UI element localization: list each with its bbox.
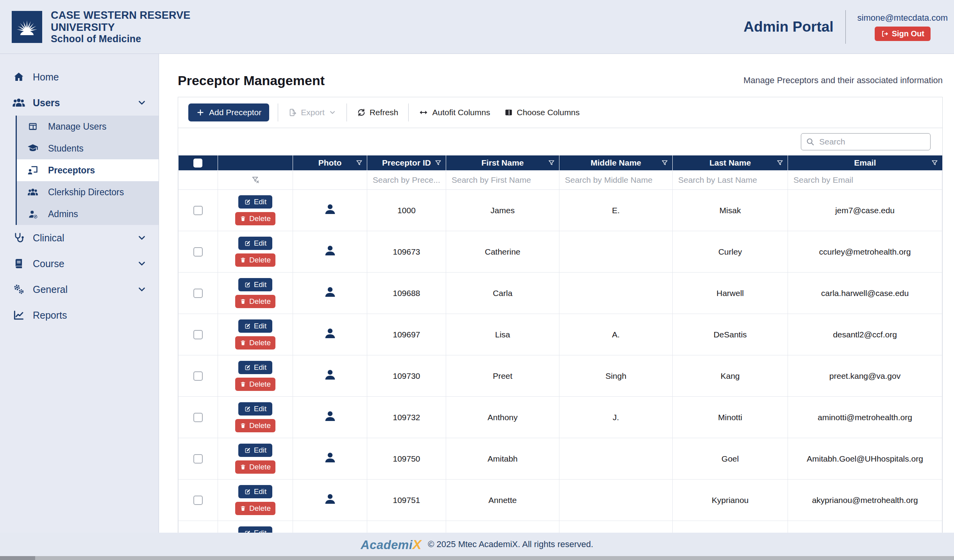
- filter-funnel-icon[interactable]: [777, 160, 783, 166]
- sidebar-item-general[interactable]: General: [0, 276, 159, 302]
- search-input[interactable]: [801, 133, 931, 150]
- delete-label: Delete: [249, 339, 271, 347]
- horizontal-scrollbar[interactable]: [0, 556, 954, 560]
- toolbar-separator: [278, 103, 278, 121]
- sidebar-item-label: Manage Users: [48, 121, 107, 132]
- autofit-columns-button[interactable]: Autofit Columns: [417, 108, 491, 117]
- filter-cell-middle-name: [559, 171, 673, 190]
- edit-button[interactable]: Edit: [238, 319, 273, 333]
- delete-label: Delete: [249, 214, 271, 223]
- export-label: Export: [301, 108, 325, 117]
- delete-button[interactable]: Delete: [235, 336, 275, 350]
- edit-icon: [244, 364, 251, 371]
- sidebar-item-students[interactable]: Students: [17, 137, 159, 159]
- choose-columns-label: Choose Columns: [517, 108, 580, 117]
- clear-filter-icon[interactable]: [218, 176, 293, 184]
- table-row: Edit Delete 109688 Carla Harwell carla.h…: [179, 273, 942, 314]
- column-header-middle-name: Middle Name: [559, 155, 673, 171]
- user-block: simone@mtecdata.com Sign Out: [858, 13, 949, 41]
- edit-button[interactable]: Edit: [238, 485, 273, 498]
- sidebar-item-preceptors[interactable]: Preceptors: [17, 159, 159, 181]
- cell-email: Amitabh.Goel@UHhospitals.org: [788, 438, 942, 480]
- academix-logo-x: X: [413, 537, 422, 552]
- filter-preceptor-id-input[interactable]: [367, 171, 446, 189]
- delete-button[interactable]: Delete: [235, 295, 275, 308]
- filter-middle-name-input[interactable]: [559, 171, 672, 189]
- cell-last-name: Kyprianou: [673, 480, 788, 521]
- cell-preceptor-id: 109673: [367, 231, 446, 273]
- cell-first-name: Anthony: [446, 397, 559, 438]
- refresh-label: Refresh: [370, 108, 398, 117]
- export-button[interactable]: Export: [287, 108, 338, 117]
- page-head: Preceptor Management Manage Preceptors a…: [178, 54, 943, 97]
- cell-email: desantl2@ccf.org: [788, 314, 942, 355]
- delete-button[interactable]: Delete: [235, 212, 275, 225]
- column-header-first-name: First Name: [446, 155, 559, 171]
- scrollbar-thumb[interactable]: [0, 556, 35, 560]
- chevron-down-icon: [137, 259, 147, 269]
- cell-actions: Edit Delete: [218, 231, 293, 273]
- delete-button[interactable]: Delete: [235, 378, 275, 391]
- sign-out-button[interactable]: Sign Out: [875, 27, 931, 41]
- column-label: Email: [854, 158, 876, 167]
- refresh-button[interactable]: Refresh: [356, 108, 400, 117]
- sidebar-item-admins[interactable]: Admins: [17, 203, 159, 225]
- stethoscope-icon: [12, 232, 26, 244]
- column-label: Middle Name: [591, 158, 641, 167]
- select-all-checkbox[interactable]: [193, 159, 202, 168]
- filter-funnel-icon[interactable]: [661, 160, 668, 166]
- row-checkbox[interactable]: [193, 496, 203, 505]
- add-preceptor-button[interactable]: Add Preceptor: [188, 103, 269, 121]
- filter-last-name-input[interactable]: [673, 171, 788, 189]
- person-photo-icon: [323, 326, 337, 341]
- row-checkbox[interactable]: [193, 247, 203, 257]
- edit-button[interactable]: Edit: [238, 195, 273, 209]
- delete-button[interactable]: Delete: [235, 460, 275, 474]
- table-row: Edit Delete 109697 Lisa A. DeSantis desa…: [179, 314, 942, 355]
- chart-line-icon: [12, 309, 26, 321]
- filter-email-input[interactable]: [788, 171, 942, 189]
- delete-button[interactable]: Delete: [235, 253, 275, 267]
- choose-columns-button[interactable]: Choose Columns: [503, 108, 581, 117]
- edit-button[interactable]: Edit: [238, 361, 273, 374]
- row-checkbox[interactable]: [193, 371, 203, 381]
- sidebar: Home Users Manage Users: [0, 54, 159, 560]
- row-checkbox[interactable]: [193, 413, 203, 422]
- main-content: Preceptor Management Manage Preceptors a…: [159, 54, 954, 560]
- edit-button[interactable]: Edit: [238, 278, 273, 291]
- filter-funnel-icon[interactable]: [548, 160, 555, 166]
- sidebar-item-clerkship-directors[interactable]: Clerkship Directors: [17, 181, 159, 203]
- row-checkbox[interactable]: [193, 330, 203, 339]
- edit-button[interactable]: Edit: [238, 402, 273, 416]
- edit-button[interactable]: Edit: [238, 237, 273, 250]
- sidebar-item-reports[interactable]: Reports: [0, 302, 159, 328]
- sidebar-item-course[interactable]: Course: [0, 251, 159, 276]
- column-header-email: Email: [788, 155, 942, 171]
- cell-first-name: Carla: [446, 273, 559, 314]
- filter-funnel-icon[interactable]: [435, 160, 441, 166]
- row-checkbox[interactable]: [193, 454, 203, 464]
- edit-button[interactable]: Edit: [238, 444, 273, 457]
- filter-cell-preceptor-id: [367, 171, 446, 190]
- sidebar-item-home[interactable]: Home: [0, 64, 159, 90]
- cell-actions: Edit Delete: [218, 190, 293, 231]
- row-checkbox[interactable]: [193, 289, 203, 298]
- column-header-last-name: Last Name: [673, 155, 788, 171]
- sidebar-item-manage-users[interactable]: Manage Users: [17, 116, 159, 137]
- edit-icon: [244, 199, 251, 205]
- sidebar-item-users[interactable]: Users: [0, 90, 159, 116]
- footer-copyright: © 2025 Mtec AcademiX. All rights reserve…: [428, 539, 593, 549]
- trash-icon: [240, 505, 246, 512]
- sidebar-item-clinical[interactable]: Clinical: [0, 225, 159, 251]
- trash-icon: [240, 381, 246, 387]
- delete-button[interactable]: Delete: [235, 419, 275, 432]
- cell-middle-name: J.: [559, 397, 673, 438]
- filter-first-name-input[interactable]: [446, 171, 559, 189]
- cell-middle-name: [559, 273, 673, 314]
- delete-button[interactable]: Delete: [235, 502, 275, 515]
- filter-funnel-icon[interactable]: [356, 160, 363, 166]
- filter-funnel-icon[interactable]: [931, 160, 938, 166]
- cell-photo: [293, 314, 367, 355]
- row-checkbox[interactable]: [193, 206, 203, 215]
- filter-cell-first-name: [446, 171, 559, 190]
